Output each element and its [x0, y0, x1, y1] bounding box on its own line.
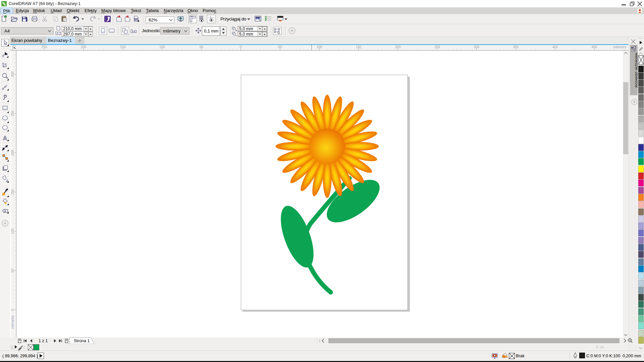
svg-text:200: 200: [395, 45, 401, 49]
svg-text:100: 100: [11, 228, 14, 234]
svg-text:300: 300: [474, 45, 479, 49]
svg-text:400: 400: [552, 45, 558, 49]
svg-text:250: 250: [42, 45, 47, 49]
svg-text:0: 0: [11, 309, 14, 311]
svg-text:100: 100: [159, 45, 165, 49]
svg-text:PDF: PDF: [135, 18, 139, 20]
svg-text:milimetry: milimetry: [613, 45, 627, 49]
svg-text:250: 250: [434, 45, 440, 49]
svg-text:50: 50: [278, 45, 282, 49]
svg-text:300: 300: [11, 71, 14, 77]
svg-text:150: 150: [120, 45, 126, 49]
svg-text:x: x: [235, 29, 237, 31]
svg-text:y: y: [235, 34, 237, 36]
svg-text:50: 50: [11, 268, 14, 273]
svg-text:50: 50: [200, 45, 204, 49]
svg-text:100: 100: [317, 45, 322, 49]
svg-text:A: A: [3, 135, 7, 141]
svg-text:150: 150: [356, 45, 362, 49]
svg-text:450: 450: [592, 45, 597, 49]
svg-text:0: 0: [240, 45, 242, 49]
svg-text:250: 250: [11, 111, 14, 116]
svg-text:200: 200: [81, 45, 87, 49]
svg-text:150: 150: [11, 189, 14, 195]
svg-text:350: 350: [513, 45, 519, 49]
svg-text:200: 200: [11, 150, 14, 156]
svg-text:milimetry: milimetry: [11, 315, 14, 329]
